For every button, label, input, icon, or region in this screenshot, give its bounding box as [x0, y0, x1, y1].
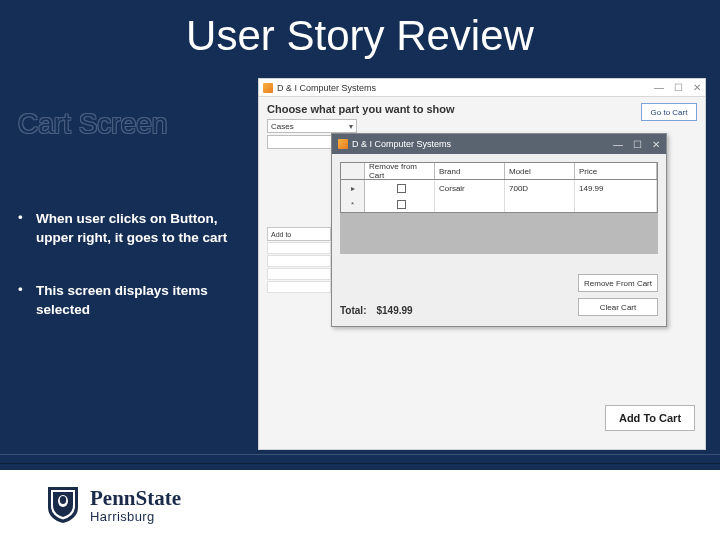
- pennstate-shield-icon: [46, 485, 80, 525]
- bg-grid-row: [267, 281, 331, 293]
- cart-window: D & I Computer Systems — ☐ ✕ Remove from…: [331, 133, 667, 327]
- part-dropdown-1[interactable]: Cases ▾: [267, 119, 357, 133]
- bg-grid-row: [267, 255, 331, 267]
- slide-title: User Story Review: [0, 0, 720, 60]
- outer-window-titlebar: D & I Computer Systems — ☐ ✕: [259, 79, 705, 97]
- total-row: Total: $149.99: [340, 305, 413, 316]
- cell-model: [505, 196, 575, 212]
- total-label: Total:: [340, 305, 366, 316]
- slide-divider: [0, 454, 720, 464]
- chevron-down-icon: ▾: [349, 122, 353, 131]
- bullet-item: • When user clicks on Button, upper righ…: [18, 210, 248, 248]
- cell-brand: Corsair: [435, 180, 505, 196]
- total-value: $149.99: [376, 305, 412, 316]
- go-to-cart-button[interactable]: Go to Cart: [641, 103, 697, 121]
- cell-remove[interactable]: [365, 196, 435, 212]
- section-title: Cart Screen: [18, 108, 167, 140]
- cart-window-titlebar: D & I Computer Systems — ☐ ✕: [332, 134, 666, 154]
- col-model[interactable]: Model: [505, 163, 575, 179]
- cell-brand: [435, 196, 505, 212]
- maximize-icon[interactable]: ☐: [674, 82, 683, 93]
- bg-grid-row: [267, 268, 331, 280]
- maximize-icon[interactable]: ☐: [633, 139, 642, 150]
- remove-from-cart-button[interactable]: Remove From Cart: [578, 274, 658, 292]
- grid-empty-area: [340, 213, 658, 254]
- university-name: PennState: [90, 488, 181, 509]
- minimize-icon[interactable]: —: [654, 82, 664, 93]
- bullet-item: • This screen displays items selected: [18, 282, 248, 320]
- cart-window-title: D & I Computer Systems: [352, 139, 451, 149]
- table-row[interactable]: *: [341, 196, 657, 212]
- bullet-text: This screen displays items selected: [36, 282, 248, 320]
- row-selector-icon[interactable]: ▸: [341, 180, 365, 196]
- bullet-list: • When user clicks on Button, upper righ…: [18, 210, 248, 354]
- checkbox[interactable]: [397, 200, 406, 209]
- cell-price: 149.99: [575, 180, 657, 196]
- col-price[interactable]: Price: [575, 163, 657, 179]
- close-icon[interactable]: ✕: [693, 82, 701, 93]
- university-text: PennState Harrisburg: [90, 488, 181, 523]
- background-grid: Add to: [267, 227, 331, 294]
- cell-remove[interactable]: [365, 180, 435, 196]
- checkbox[interactable]: [397, 184, 406, 193]
- cart-grid: Remove from Cart Brand Model Price ▸ Cor…: [340, 162, 658, 254]
- table-row[interactable]: ▸ Corsair 700D 149.99: [341, 180, 657, 196]
- minimize-icon[interactable]: —: [613, 139, 623, 150]
- bullet-dot-icon: •: [18, 282, 36, 320]
- add-to-cart-button[interactable]: Add To Cart: [605, 405, 695, 431]
- grid-body: ▸ Corsair 700D 149.99 *: [340, 180, 658, 213]
- col-brand[interactable]: Brand: [435, 163, 505, 179]
- bullet-text: When user clicks on Button, upper right,…: [36, 210, 248, 248]
- bullet-dot-icon: •: [18, 210, 36, 248]
- grid-corner: [341, 163, 365, 179]
- slide-footer: PennState Harrisburg: [0, 470, 720, 540]
- app-screenshot: D & I Computer Systems — ☐ ✕ Choose what…: [258, 78, 706, 450]
- row-new-icon[interactable]: *: [341, 196, 365, 212]
- bg-grid-header: Add to: [267, 227, 331, 241]
- university-campus: Harrisburg: [90, 510, 181, 523]
- col-remove[interactable]: Remove from Cart: [365, 163, 435, 179]
- svg-point-1: [60, 496, 66, 504]
- app-icon: [338, 139, 348, 149]
- cell-model: 700D: [505, 180, 575, 196]
- dropdown-value: Cases: [271, 122, 294, 131]
- app-icon: [263, 83, 273, 93]
- cell-price: [575, 196, 657, 212]
- cart-body: Remove from Cart Brand Model Price ▸ Cor…: [332, 154, 666, 326]
- bg-grid-row: [267, 242, 331, 254]
- grid-header-row: Remove from Cart Brand Model Price: [340, 162, 658, 180]
- outer-window-title: D & I Computer Systems: [277, 83, 376, 93]
- chooser-label: Choose what part you want to show: [267, 103, 697, 115]
- close-icon[interactable]: ✕: [652, 139, 660, 150]
- clear-cart-button[interactable]: Clear Cart: [578, 298, 658, 316]
